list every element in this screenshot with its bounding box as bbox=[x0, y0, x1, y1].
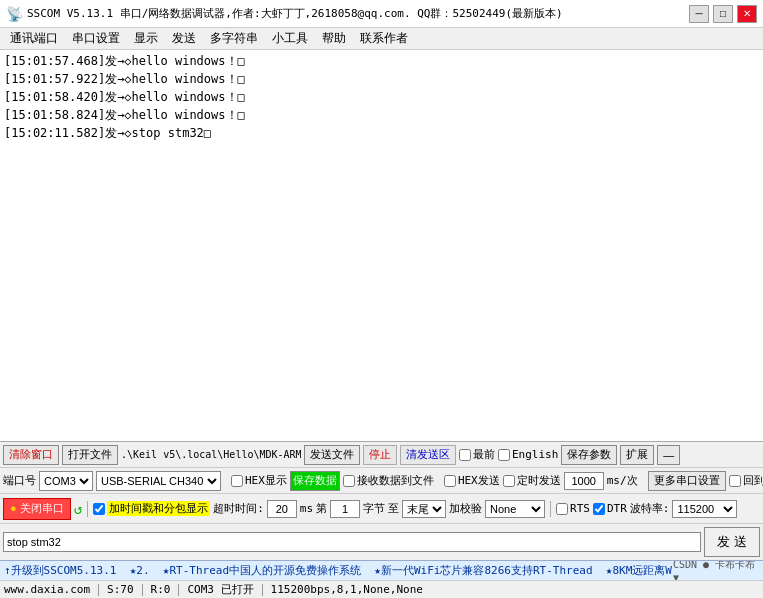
status-div4 bbox=[262, 584, 263, 596]
interval-unit: ms/次 bbox=[607, 473, 638, 488]
menu-port-settings[interactable]: 串口设置 bbox=[66, 28, 126, 49]
auto-back-wrap: 回到串行 bbox=[729, 473, 763, 488]
advert-3: ★RT-Thread中国人的开源免费操作系统 bbox=[163, 564, 361, 577]
advert-2: ★2. bbox=[130, 564, 150, 577]
stop-button[interactable]: 停止 bbox=[363, 445, 397, 465]
advert-1: ↑升级到SSCOM5.13.1 bbox=[4, 564, 116, 577]
english-label: English bbox=[512, 448, 558, 461]
status-website: www.daxia.com bbox=[4, 583, 90, 596]
menu-comm-port[interactable]: 通讯端口 bbox=[4, 28, 64, 49]
title-bar-text: SSCOM V5.13.1 串口/网络数据调试器,作者:大虾丁丁,2618058… bbox=[27, 6, 563, 21]
csdn-label: CSDN ● 卡布卡布 ▼ bbox=[673, 560, 759, 580]
save-params-button[interactable]: 保存参数 bbox=[561, 445, 617, 465]
recv-file-checkbox[interactable] bbox=[343, 475, 355, 487]
menu-tools[interactable]: 小工具 bbox=[266, 28, 314, 49]
timeout-unit: ms bbox=[300, 502, 313, 515]
checksum-label: 加校验 bbox=[449, 501, 482, 516]
recv-file-wrap: 接收数据到文件 bbox=[343, 473, 434, 488]
dtr-label: DTR bbox=[607, 502, 627, 515]
output-line-3: [15:01:58.420]发→◇hello windows！□ bbox=[4, 88, 759, 106]
port-select[interactable]: COM3 bbox=[39, 471, 93, 491]
tail-select[interactable]: 末尾 bbox=[402, 500, 446, 518]
hex-show-wrap: HEX显示 bbox=[231, 473, 287, 488]
rts-label: RTS bbox=[570, 502, 590, 515]
dtr-checkbox[interactable] bbox=[593, 503, 605, 515]
timeout-input[interactable] bbox=[267, 500, 297, 518]
rts-checkbox[interactable] bbox=[556, 503, 568, 515]
status-s: S:70 bbox=[107, 583, 134, 596]
advert-bar: ↑升级到SSCOM5.13.1 ★2. ★RT-Thread中国人的开源免费操作… bbox=[0, 560, 763, 580]
frame-unit: 字节 bbox=[363, 501, 385, 516]
app-icon: 📡 bbox=[6, 6, 23, 22]
output-area: [15:01:57.468]发→◇hello windows！□ [15:01:… bbox=[0, 50, 763, 441]
status-bar: www.daxia.com S:70 R:0 COM3 已打开 115200bp… bbox=[0, 580, 763, 598]
menu-send[interactable]: 发送 bbox=[166, 28, 202, 49]
timed-send-checkbox[interactable] bbox=[503, 475, 515, 487]
minimize-button[interactable]: ─ bbox=[689, 5, 709, 23]
menu-help[interactable]: 帮助 bbox=[316, 28, 352, 49]
menu-contact[interactable]: 联系作者 bbox=[354, 28, 414, 49]
open-file-button[interactable]: 打开文件 bbox=[62, 445, 118, 465]
timeout-label: 超时时间: bbox=[213, 501, 264, 516]
add-time-wrap: 加时间戳和分包显示 bbox=[93, 501, 210, 516]
title-bar: 📡 SSCOM V5.13.1 串口/网络数据调试器,作者:大虾丁丁,26180… bbox=[0, 0, 763, 28]
port-desc-select[interactable]: USB-SERIAL CH340 bbox=[96, 471, 221, 491]
english-checkbox[interactable] bbox=[498, 449, 510, 461]
close-port-button[interactable]: ● 关闭串口 bbox=[3, 498, 71, 520]
add-time-checkbox[interactable] bbox=[93, 503, 105, 515]
last-checkbox[interactable] bbox=[459, 449, 471, 461]
recv-file-label: 接收数据到文件 bbox=[357, 473, 434, 488]
control-row2: 端口号 COM3 USB-SERIAL CH340 HEX显示 保存数据 接收数… bbox=[0, 468, 763, 494]
more-port-button[interactable]: 更多串口设置 bbox=[648, 471, 726, 491]
expand-button[interactable]: 扩展 bbox=[620, 445, 654, 465]
status-div2 bbox=[142, 584, 143, 596]
advert-text: ↑升级到SSCOM5.13.1 ★2. ★RT-Thread中国人的开源免费操作… bbox=[4, 563, 673, 578]
hex-show-checkbox[interactable] bbox=[231, 475, 243, 487]
control-row4: 发 送 bbox=[0, 524, 763, 560]
baud-label: 波特率: bbox=[630, 501, 670, 516]
hex-send-checkbox[interactable] bbox=[444, 475, 456, 487]
expand-arrow-button[interactable]: — bbox=[657, 445, 680, 465]
send-input[interactable] bbox=[3, 532, 701, 552]
clear-send-area-button[interactable]: 清发送区 bbox=[400, 445, 456, 465]
send-file-button[interactable]: 发送文件 bbox=[304, 445, 360, 465]
clear-window-button[interactable]: 清除窗口 bbox=[3, 445, 59, 465]
add-time-label: 加时间戳和分包显示 bbox=[107, 501, 210, 516]
control-row3: ● 关闭串口 ↺ 加时间戳和分包显示 超时时间: ms 第 字节 至 末尾 加校… bbox=[0, 494, 763, 524]
divider5 bbox=[550, 501, 551, 517]
divider4 bbox=[87, 501, 88, 517]
control-row1: 清除窗口 打开文件 .\Keil_v5\.local\Hello\MDK-ARM… bbox=[0, 442, 763, 468]
save-data-button[interactable]: 保存数据 bbox=[290, 471, 340, 491]
interval-input[interactable] bbox=[564, 472, 604, 490]
status-div1 bbox=[98, 584, 99, 596]
close-port-icon: ● bbox=[10, 502, 17, 514]
file-path-label: .\Keil_v5\.local\Hello\MDK-ARM\Hello.uvp… bbox=[121, 449, 301, 460]
advert-5: ★8KM远距离WiFi可自组网 bbox=[606, 564, 673, 577]
checksum-select[interactable]: None bbox=[485, 500, 545, 518]
baud-select[interactable]: 115200 bbox=[672, 500, 737, 518]
port-label: 端口号 bbox=[3, 473, 36, 488]
menu-display[interactable]: 显示 bbox=[128, 28, 164, 49]
close-button[interactable]: ✕ bbox=[737, 5, 757, 23]
rts-wrap: RTS bbox=[556, 502, 590, 515]
frame-input[interactable] bbox=[330, 500, 360, 518]
status-baud-info: 115200bps,8,1,None,None bbox=[271, 583, 423, 596]
english-wrap: English bbox=[498, 448, 558, 461]
status-r: R:0 bbox=[151, 583, 171, 596]
last-label: 最前 bbox=[473, 447, 495, 462]
advert-4: ★新一代WiFi芯片兼容8266支持RT-Thread bbox=[374, 564, 592, 577]
status-div3 bbox=[178, 584, 179, 596]
auto-back-checkbox[interactable] bbox=[729, 475, 741, 487]
last-wrap: 最前 bbox=[459, 447, 495, 462]
send-button[interactable]: 发 送 bbox=[704, 527, 760, 557]
maximize-button[interactable]: □ bbox=[713, 5, 733, 23]
hex-send-wrap: HEX发送 bbox=[444, 473, 500, 488]
return-run-label: 回到串行 bbox=[743, 473, 763, 488]
output-line-5: [15:02:11.582]发→◇stop stm32□ bbox=[4, 124, 759, 142]
menu-multi-string[interactable]: 多字符串 bbox=[204, 28, 264, 49]
hex-send-label: HEX发送 bbox=[458, 473, 500, 488]
title-bar-left: 📡 SSCOM V5.13.1 串口/网络数据调试器,作者:大虾丁丁,26180… bbox=[6, 6, 563, 22]
refresh-icon[interactable]: ↺ bbox=[74, 501, 82, 517]
title-bar-controls[interactable]: ─ □ ✕ bbox=[689, 5, 757, 23]
bottom-area: 清除窗口 打开文件 .\Keil_v5\.local\Hello\MDK-ARM… bbox=[0, 441, 763, 560]
